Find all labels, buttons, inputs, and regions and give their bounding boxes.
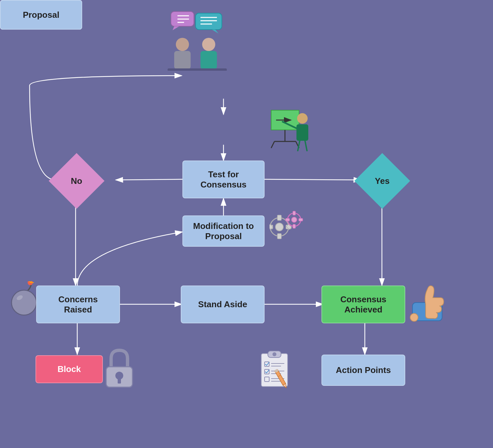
- svg-rect-49: [293, 211, 295, 215]
- stand-aside-box: Stand Aside: [181, 286, 265, 323]
- svg-point-66: [272, 352, 276, 356]
- svg-rect-51: [299, 218, 303, 221]
- svg-point-24: [202, 38, 215, 51]
- consensus-test-label: Test forConsensus: [200, 169, 246, 190]
- svg-rect-34: [296, 124, 308, 141]
- modification-label: Modification toProposal: [193, 221, 254, 241]
- yes-diamond: Yes: [361, 160, 404, 202]
- svg-rect-42: [277, 234, 281, 239]
- action-points-box: Action Points: [321, 355, 405, 386]
- svg-marker-21: [212, 30, 219, 34]
- svg-line-4: [116, 179, 182, 180]
- svg-point-40: [275, 223, 283, 231]
- consensus-test-box: Test forConsensus: [182, 161, 265, 198]
- svg-point-60: [410, 313, 418, 321]
- modification-box: Modification toProposal: [182, 215, 265, 247]
- svg-line-37: [305, 141, 307, 151]
- svg-rect-41: [277, 215, 281, 220]
- diagram-container: Discussion Proposal Test forConsensus: [0, 0, 493, 448]
- padlock-icon: [105, 349, 134, 388]
- svg-point-22: [176, 38, 189, 51]
- concerns-raised-box: ConcernsRaised: [36, 286, 120, 323]
- svg-line-30: [271, 141, 274, 148]
- consensus-achieved-box: ConsensusAchieved: [321, 286, 405, 323]
- stand-aside-label: Stand Aside: [198, 299, 247, 310]
- svg-marker-16: [173, 26, 179, 30]
- action-points-label: Action Points: [336, 365, 391, 375]
- svg-point-48: [292, 217, 297, 222]
- no-diamond-shape: No: [49, 153, 105, 209]
- svg-point-53: [28, 281, 33, 285]
- bomb-icon: [9, 281, 39, 317]
- no-diamond: No: [55, 160, 98, 202]
- proposal-label: Proposal: [23, 10, 59, 20]
- checklist-icon: [256, 347, 299, 393]
- svg-rect-52: [286, 218, 290, 221]
- block-box: Block: [35, 355, 103, 383]
- svg-rect-17: [196, 13, 222, 30]
- block-label: Block: [58, 364, 81, 374]
- thumbsup-icon: [409, 280, 445, 322]
- svg-rect-25: [200, 51, 217, 69]
- presenter-icon: [270, 105, 312, 151]
- concerns-raised-label: ConcernsRaised: [59, 294, 98, 315]
- gears-icon: [270, 211, 309, 243]
- svg-rect-26: [168, 68, 227, 71]
- proposal-box: Proposal: [0, 0, 82, 30]
- discussion-icon: [164, 10, 230, 71]
- consensus-achieved-label: ConsensusAchieved: [340, 294, 386, 315]
- svg-rect-23: [174, 51, 191, 69]
- no-label: No: [71, 176, 82, 186]
- svg-rect-50: [293, 224, 295, 228]
- yes-diamond-shape: Yes: [354, 153, 410, 209]
- svg-line-5: [265, 179, 361, 180]
- svg-point-57: [12, 290, 36, 315]
- svg-rect-63: [118, 378, 121, 384]
- yes-label: Yes: [375, 176, 390, 186]
- svg-point-33: [297, 113, 308, 124]
